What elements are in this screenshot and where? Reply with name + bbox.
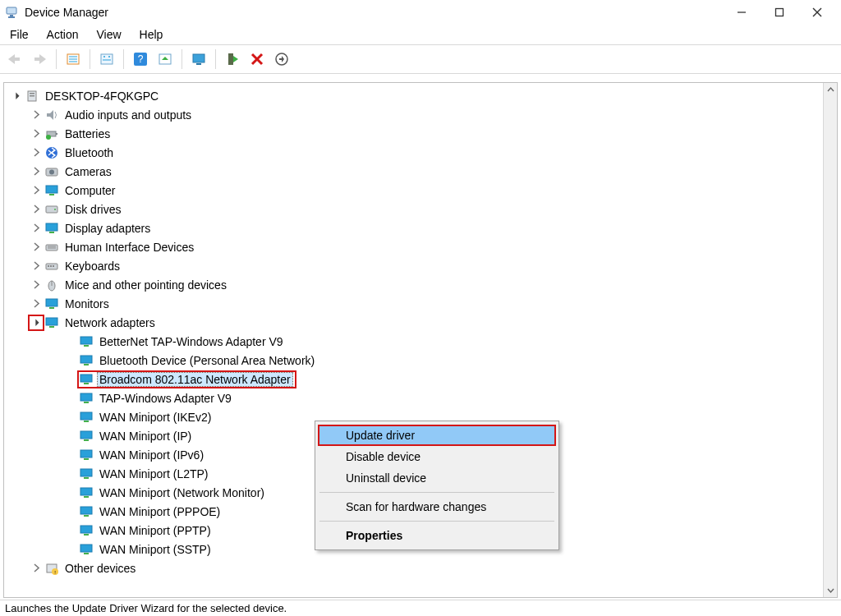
tree-root[interactable]: DESKTOP-4FQKGPC <box>4 86 837 105</box>
tree-device-2[interactable]: Broadcom 802.11ac Network Adapter <box>4 370 837 388</box>
battery-icon <box>44 126 60 142</box>
tree-item-label: Display adapters <box>63 222 152 235</box>
context-menu: Update driverDisable deviceUninstall dev… <box>315 421 559 550</box>
speaker-icon <box>44 107 60 123</box>
svg-rect-82 <box>80 545 92 552</box>
minimize-button[interactable] <box>723 0 761 25</box>
toolbar-enable-button[interactable] <box>223 49 242 69</box>
forward-button[interactable] <box>30 49 49 69</box>
tree-category-after-0[interactable]: !Other devices <box>4 559 837 577</box>
tree-item-label: Keyboards <box>63 260 122 273</box>
tree-category-10[interactable]: Monitors <box>4 294 837 313</box>
chevron-right-icon <box>63 504 78 519</box>
tree-item-label: BetterNet TAP-Windows Adapter V9 <box>98 335 285 348</box>
tree-category-8[interactable]: Keyboards <box>4 256 837 275</box>
menu-item-disable-device[interactable]: Disable device <box>318 446 556 467</box>
chevron-right-icon[interactable] <box>29 221 44 236</box>
toolbar-update-button[interactable] <box>155 49 175 69</box>
toolbar-delete-button[interactable] <box>247 49 267 69</box>
chevron-right-icon <box>63 353 78 368</box>
net-icon <box>78 447 94 463</box>
chevron-right-icon[interactable] <box>29 278 44 292</box>
tree-item-label: Computer <box>63 184 117 197</box>
net-icon <box>78 428 94 444</box>
tree-category-2[interactable]: Bluetooth <box>4 143 837 162</box>
menu-action[interactable]: Action <box>44 26 82 43</box>
chevron-right-icon[interactable] <box>29 145 44 160</box>
svg-point-37 <box>46 135 51 140</box>
svg-rect-66 <box>80 393 92 401</box>
toolbar-properties-button[interactable] <box>63 49 83 69</box>
menu-item-uninstall-device[interactable]: Uninstall device <box>318 467 556 489</box>
tree-category-network[interactable]: Network adapters <box>4 313 837 332</box>
tree-category-1[interactable]: Batteries <box>4 124 837 143</box>
menu-view[interactable]: View <box>93 26 124 43</box>
tree-category-6[interactable]: Display adapters <box>4 218 837 237</box>
tree-item-label: Bluetooth Device (Personal Area Network) <box>98 354 316 367</box>
toolbar-action-button[interactable] <box>272 49 292 69</box>
svg-rect-71 <box>84 439 89 441</box>
statusbar: Launches the Update Driver Wizard for th… <box>0 600 841 616</box>
svg-point-44 <box>54 209 56 210</box>
tree-category-5[interactable]: Disk drives <box>4 200 837 218</box>
chevron-right-icon[interactable] <box>29 108 44 122</box>
svg-rect-41 <box>46 186 57 193</box>
scroll-down-arrow[interactable] <box>824 583 837 597</box>
menu-file[interactable]: File <box>7 26 32 43</box>
chevron-right-icon[interactable] <box>29 164 44 179</box>
back-button[interactable] <box>5 49 25 69</box>
svg-rect-62 <box>80 356 92 363</box>
menu-item-scan-for-hardware-changes[interactable]: Scan for hardware changes <box>318 496 556 517</box>
tree-category-0[interactable]: Audio inputs and outputs <box>4 105 837 124</box>
tree-category-3[interactable]: Cameras <box>4 162 837 181</box>
tree-device-3[interactable]: TAP-Windows Adapter V9 <box>4 388 837 407</box>
chevron-right-icon[interactable] <box>29 126 44 141</box>
chevron-right-icon[interactable] <box>29 561 44 576</box>
net-icon <box>44 315 60 331</box>
svg-rect-36 <box>56 133 57 135</box>
tree-category-7[interactable]: Human Interface Devices <box>4 237 837 256</box>
scroll-up-arrow[interactable] <box>824 83 837 97</box>
menu-help[interactable]: Help <box>136 26 167 43</box>
menu-item-properties[interactable]: Properties <box>318 525 556 546</box>
tree-item-label: Other devices <box>63 562 137 575</box>
svg-rect-74 <box>80 469 92 476</box>
svg-rect-72 <box>80 450 92 457</box>
scrollbar-vertical[interactable] <box>823 83 837 597</box>
close-button[interactable] <box>798 0 836 25</box>
svg-rect-80 <box>80 526 92 533</box>
chevron-right-icon[interactable] <box>29 202 44 217</box>
svg-point-16 <box>103 56 105 57</box>
menu-item-update-driver[interactable]: Update driver <box>318 425 556 446</box>
chevron-right-icon <box>63 410 78 425</box>
tree-device-0[interactable]: BetterNet TAP-Windows Adapter V9 <box>4 332 837 351</box>
tree-item-label: Bluetooth <box>63 146 115 159</box>
svg-marker-7 <box>8 54 15 64</box>
svg-rect-77 <box>84 496 89 498</box>
toolbar-help-button[interactable]: ? <box>131 49 150 69</box>
net-icon <box>78 409 94 425</box>
svg-rect-83 <box>84 553 89 554</box>
tree-device-1[interactable]: Bluetooth Device (Personal Area Network) <box>4 351 837 370</box>
svg-rect-8 <box>15 57 20 61</box>
chevron-right-icon[interactable] <box>29 297 44 311</box>
svg-point-17 <box>108 56 110 57</box>
chevron-right-icon <box>63 523 78 538</box>
toolbar-scan-button[interactable] <box>97 49 117 69</box>
tree-category-4[interactable]: Computer <box>4 181 837 200</box>
chevron-right-icon <box>63 448 78 462</box>
monitor-icon <box>44 296 60 312</box>
tree-category-9[interactable]: Mice and other pointing devices <box>4 275 837 294</box>
chevron-right-icon[interactable] <box>29 183 44 198</box>
tree-item-label: Mice and other pointing devices <box>63 278 228 292</box>
svg-rect-46 <box>49 232 54 233</box>
chevron-down-icon[interactable] <box>29 315 44 330</box>
chevron-right-icon[interactable] <box>29 240 44 255</box>
svg-rect-33 <box>30 95 34 97</box>
maximize-button[interactable] <box>761 0 798 25</box>
toolbar-monitor-button[interactable] <box>189 49 209 69</box>
other-icon: ! <box>44 560 60 577</box>
chevron-down-icon[interactable] <box>9 89 24 103</box>
chevron-right-icon[interactable] <box>29 259 44 274</box>
net-icon <box>78 371 94 388</box>
